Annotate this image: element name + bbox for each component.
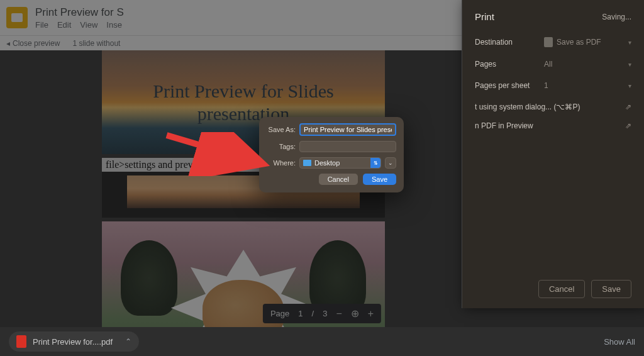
- folder-icon: [303, 160, 311, 166]
- destination-row[interactable]: Destination Save as PDF ▾: [475, 37, 631, 47]
- page-current[interactable]: 1: [298, 309, 303, 318]
- menu-edit[interactable]: Edit: [57, 20, 71, 30]
- system-dialog-link[interactable]: t using system dialog... (⌥⌘P) ⇗: [475, 103, 631, 111]
- open-preview-label: n PDF in Preview: [475, 121, 533, 130]
- menu-file[interactable]: File: [35, 20, 48, 30]
- destination-value: Save as PDF: [557, 38, 601, 47]
- page-total: 3: [323, 309, 327, 318]
- slide-info: 1 slide without: [72, 39, 120, 48]
- destination-label: Destination: [475, 38, 544, 47]
- pages-per-sheet-row[interactable]: Pages per sheet 1 ▾: [475, 81, 631, 90]
- expand-button[interactable]: ⌄: [385, 157, 396, 169]
- menu-insert[interactable]: Inse: [106, 20, 122, 30]
- pages-row[interactable]: Pages All ▾: [475, 60, 631, 69]
- zoom-out-icon[interactable]: −: [336, 308, 341, 320]
- print-panel-title: Print: [475, 11, 494, 22]
- close-preview-label: Close preview: [13, 39, 60, 48]
- page-sep: /: [312, 309, 314, 318]
- external-icon: ⇗: [625, 121, 631, 130]
- pages-value: All: [544, 60, 628, 69]
- save-as-input[interactable]: [299, 123, 396, 136]
- pdf-icon: [544, 37, 553, 47]
- print-panel: Print Saving... Destination Save as PDF …: [462, 0, 644, 308]
- chevron-up-icon[interactable]: ⌃: [125, 337, 131, 346]
- save-dialog: Save As: Tags: Where: Desktop ⇅ ⌄ Cancel…: [259, 117, 404, 192]
- system-dialog-label: t using system dialog... (⌥⌘P): [475, 103, 580, 111]
- chevron-left-icon: ◂: [6, 39, 10, 48]
- print-cancel-button[interactable]: Cancel: [538, 280, 585, 298]
- pdf-file-icon: [16, 335, 26, 348]
- menu-view[interactable]: View: [80, 20, 97, 30]
- where-label: Where:: [267, 159, 296, 167]
- where-value: Desktop: [314, 159, 340, 167]
- chevron-down-icon: ▾: [628, 39, 631, 46]
- tags-label: Tags:: [267, 143, 296, 150]
- external-icon: ⇗: [625, 103, 631, 111]
- dialog-save-button[interactable]: Save: [363, 174, 396, 185]
- download-filename: Print Preview for....pdf: [33, 337, 113, 347]
- pps-value: 1: [544, 81, 628, 90]
- page-label: Page: [270, 309, 289, 318]
- close-preview-button[interactable]: ◂ Close preview: [6, 39, 60, 48]
- updown-icon: ⇅: [370, 158, 380, 168]
- print-save-button[interactable]: Save: [591, 280, 631, 298]
- menu-bar: File Edit View Inse: [35, 20, 124, 30]
- chevron-down-icon: ▾: [628, 82, 631, 89]
- slides-logo-icon[interactable]: [6, 7, 28, 28]
- zoom-in-icon[interactable]: +: [368, 308, 374, 320]
- download-bar: Print Preview for....pdf ⌃ Show All: [0, 327, 644, 356]
- document-title[interactable]: Print Preview for S: [35, 6, 124, 19]
- save-as-label: Save As:: [267, 126, 296, 133]
- zoom-reset-icon[interactable]: ⊕: [351, 308, 359, 320]
- dialog-cancel-button[interactable]: Cancel: [319, 174, 358, 185]
- page-controls: Page 1 / 3 − ⊕ +: [263, 304, 381, 323]
- chevron-down-icon: ▾: [628, 61, 631, 68]
- where-dropdown[interactable]: Desktop ⇅: [299, 157, 381, 169]
- download-chip[interactable]: Print Preview for....pdf ⌃: [9, 331, 139, 352]
- show-all-button[interactable]: Show All: [604, 337, 635, 347]
- print-panel-status: Saving...: [602, 13, 631, 21]
- tags-input[interactable]: [299, 141, 396, 152]
- pps-label: Pages per sheet: [475, 81, 544, 90]
- pages-label: Pages: [475, 60, 544, 69]
- open-preview-link[interactable]: n PDF in Preview ⇗: [475, 121, 631, 130]
